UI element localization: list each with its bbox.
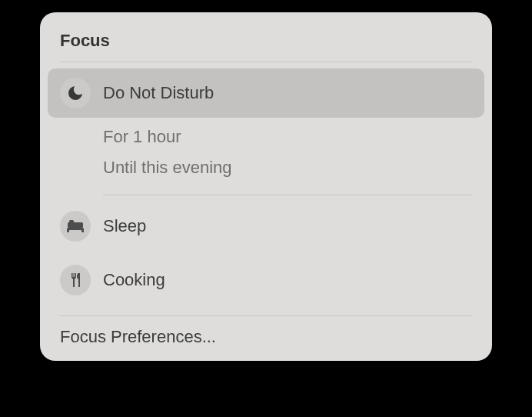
dnd-option-1hour[interactable]: For 1 hour xyxy=(95,122,492,153)
svg-rect-2 xyxy=(67,229,69,232)
divider xyxy=(103,195,472,195)
utensils-icon xyxy=(60,265,91,295)
focus-mode-label: Cooking xyxy=(103,270,165,290)
focus-mode-label: Sleep xyxy=(103,216,146,236)
panel-title: Focus xyxy=(40,31,492,62)
svg-rect-4 xyxy=(69,220,74,223)
focus-preferences-link[interactable]: Focus Preferences... xyxy=(40,316,492,347)
focus-mode-cooking[interactable]: Cooking xyxy=(48,257,484,303)
moon-icon xyxy=(60,78,91,108)
focus-mode-sleep[interactable]: Sleep xyxy=(48,203,484,249)
svg-rect-1 xyxy=(67,228,84,230)
dnd-option-evening[interactable]: Until this evening xyxy=(95,153,492,184)
divider xyxy=(60,62,472,62)
focus-panel: Focus Do Not Disturb For 1 hour Until th… xyxy=(40,12,492,361)
svg-rect-0 xyxy=(68,222,83,228)
bed-icon xyxy=(60,211,91,242)
focus-mode-dnd[interactable]: Do Not Disturb xyxy=(48,68,484,118)
svg-rect-3 xyxy=(81,229,84,232)
focus-mode-label: Do Not Disturb xyxy=(103,83,214,103)
dnd-sub-options: For 1 hour Until this evening xyxy=(40,118,492,195)
